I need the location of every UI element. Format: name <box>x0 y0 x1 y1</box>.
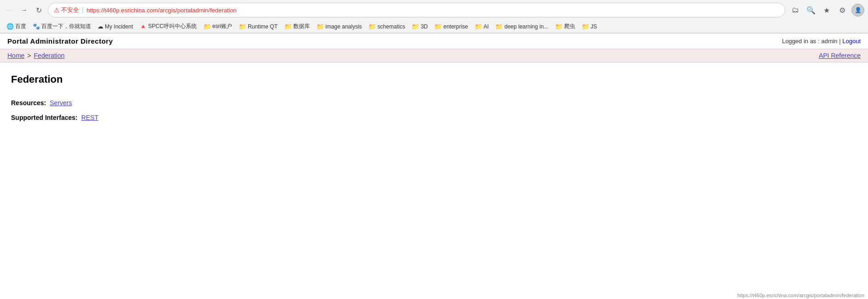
toolbar-icons: 🗂 🔍 ★ ⚙ 👤 <box>789 4 864 17</box>
breadcrumb-bar: Home > Federation API Reference <box>0 49 868 62</box>
bookmark-baidu-search[interactable]: 🐾 百度一下，你就知道 <box>30 21 94 32</box>
bookmark-js[interactable]: 📁 JS <box>579 22 600 32</box>
api-reference-link[interactable]: API Reference <box>819 52 861 59</box>
bookmark-spider[interactable]: 📁 爬虫 <box>552 21 578 32</box>
baidu-globe-icon: 🌐 <box>6 23 14 30</box>
folder-icon-ai: 📁 <box>474 23 482 30</box>
spcc-icon: 🔺 <box>139 23 147 30</box>
folder-icon-enterprise: 📁 <box>434 23 442 30</box>
bookmark-baidu-search-label: 百度一下，你就知道 <box>41 23 91 30</box>
bookmark-ai-label: AI <box>484 23 489 30</box>
interfaces-label: Supported Interfaces: <box>11 114 78 121</box>
bookmark-schematics[interactable]: 📁 schematics <box>365 22 408 32</box>
bookmark-runtime-qt-label: Runtime QT <box>248 23 278 30</box>
breadcrumb: Home > Federation <box>7 52 64 59</box>
bookmarks-bar: 🌐 百度 🐾 百度一下，你就知道 ☁ My Incident 🔺 SPCC呼叫中… <box>0 20 868 33</box>
separator: | <box>82 6 84 14</box>
folder-icon-deep-learning: 📁 <box>495 23 503 30</box>
forward-button[interactable]: → <box>18 5 29 16</box>
breadcrumb-current[interactable]: Federation <box>34 52 65 59</box>
bookmark-database[interactable]: 📁 数据库 <box>281 21 313 32</box>
bookmark-my-incident-label: My Incident <box>105 23 133 30</box>
zoom-button[interactable]: 🔍 <box>805 4 817 17</box>
security-text: 不安全 <box>61 6 79 14</box>
bookmark-baidu[interactable]: 🌐 百度 <box>4 21 29 32</box>
folder-icon-image: 📁 <box>316 23 324 30</box>
warning-icon: ⚠ <box>54 6 60 14</box>
address-bar[interactable]: ⚠ 不安全 | https://t460p.esrichina.com/arcg… <box>48 3 785 17</box>
folder-icon-spider: 📁 <box>555 23 563 30</box>
extensions-button[interactable]: ⚙ <box>836 4 849 17</box>
page-header-title: Portal Administrator Directory <box>7 37 113 45</box>
bookmark-enterprise[interactable]: 📁 enterprise <box>431 22 470 32</box>
bookmark-3d-label: 3D <box>421 23 428 30</box>
bookmark-esri-label: esri账户 <box>212 23 232 30</box>
bookmark-enterprise-label: enterprise <box>443 23 468 30</box>
servers-link[interactable]: Servers <box>50 99 72 107</box>
bookmark-my-incident[interactable]: ☁ My Incident <box>95 22 136 31</box>
bookmark-button[interactable]: ★ <box>820 4 833 17</box>
page-header: Portal Administrator Directory Logged in… <box>0 34 868 49</box>
bookmark-3d[interactable]: 📁 3D <box>409 22 430 32</box>
bookmark-schematics-label: schematics <box>377 23 405 30</box>
bookmark-baidu-label: 百度 <box>15 23 26 30</box>
folder-icon-schematics: 📁 <box>368 23 376 30</box>
bookmark-spider-label: 爬虫 <box>564 23 575 30</box>
cloud-icon: ☁ <box>97 23 103 30</box>
logout-link[interactable]: Logout <box>842 38 861 45</box>
profile-avatar[interactable]: 👤 <box>851 4 864 17</box>
bookmark-database-label: 数据库 <box>293 23 310 30</box>
bookmark-js-label: JS <box>591 23 597 30</box>
breadcrumb-separator: > <box>27 52 31 59</box>
security-warning: ⚠ 不安全 <box>54 6 79 14</box>
page-title: Federation <box>11 73 857 85</box>
interfaces-section: Supported Interfaces: REST <box>11 114 857 121</box>
resources-label: Resources: <box>11 99 46 107</box>
bookmark-image-analysis-label: image analysis <box>326 23 362 30</box>
bookmark-deep-learning-label: deep learning in... <box>504 23 548 30</box>
folder-icon-esri: 📁 <box>203 23 211 30</box>
refresh-button[interactable]: ↻ <box>33 5 44 16</box>
page-header-right: Logged in as : admin | Logout <box>782 38 861 45</box>
bookmark-spcc[interactable]: 🔺 SPCC呼叫中心系统 <box>137 21 199 32</box>
folder-icon-3d: 📁 <box>411 23 419 30</box>
bookmark-deep-learning[interactable]: 📁 deep learning in... <box>492 22 551 32</box>
back-button[interactable]: ← <box>4 5 15 16</box>
translate-button[interactable]: 🗂 <box>789 4 802 17</box>
browser-toolbar: ← → ↻ ⚠ 不安全 | https://t460p.esrichina.co… <box>0 0 868 20</box>
bookmark-esri[interactable]: 📁 esri账户 <box>200 21 235 32</box>
rest-link[interactable]: REST <box>81 114 98 121</box>
baidu-paw-icon: 🐾 <box>33 23 40 30</box>
bookmark-runtime-qt[interactable]: 📁 Runtime QT <box>236 22 280 32</box>
main-content: Federation Resources: Servers Supported … <box>0 62 868 140</box>
url-text: https://t460p.esrichina.com/arcgis/porta… <box>86 7 237 14</box>
bookmark-spcc-label: SPCC呼叫中心系统 <box>148 23 196 30</box>
resources-section: Resources: Servers <box>11 99 857 107</box>
folder-icon-runtime: 📁 <box>239 23 246 30</box>
bookmark-image-analysis[interactable]: 📁 image analysis <box>314 22 365 32</box>
bookmark-ai[interactable]: 📁 AI <box>472 22 491 32</box>
folder-icon-js: 📁 <box>582 23 589 30</box>
browser-chrome: ← → ↻ ⚠ 不安全 | https://t460p.esrichina.co… <box>0 0 868 34</box>
breadcrumb-home[interactable]: Home <box>7 52 24 59</box>
folder-icon-database: 📁 <box>284 23 292 30</box>
logged-in-label: Logged in as : admin <box>782 38 838 45</box>
